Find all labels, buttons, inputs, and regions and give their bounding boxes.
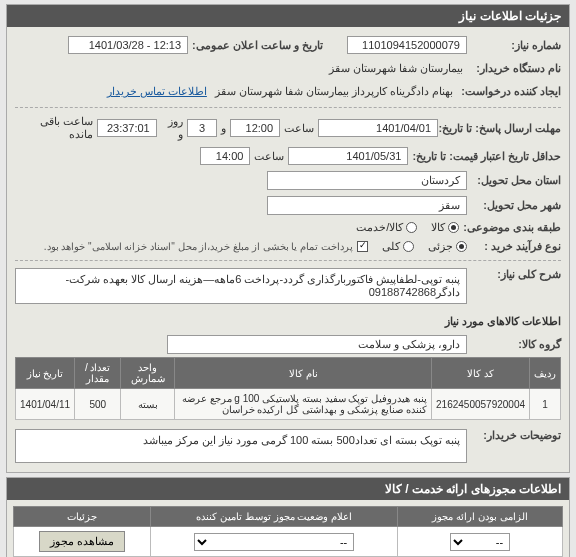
- th-code: کد کالا: [432, 358, 530, 389]
- radio-kala[interactable]: کالا: [431, 221, 459, 234]
- deadline-time: 12:00: [230, 119, 280, 137]
- deadline-days: 3: [187, 119, 217, 137]
- public-announce-value: 12:13 - 1401/03/28: [68, 36, 188, 54]
- min-valid-date: 1401/05/31: [288, 147, 408, 165]
- radio-partial[interactable]: جزئی: [428, 240, 467, 253]
- cell-status: --: [151, 527, 398, 557]
- status-select[interactable]: --: [194, 533, 354, 551]
- creator-value: بهنام دادگریناه کارپرداز بیمارستان شفا ش…: [211, 83, 457, 100]
- permits-panel: اطلاعات مجوزهای ارائه خدمت / کالا الزامی…: [6, 477, 570, 557]
- buyer-notes-value: پنبه توپک بسته ای تعداد500 بسته 100 گرمی…: [15, 429, 467, 463]
- min-valid-time: 14:00: [200, 147, 250, 165]
- radio-total-label: کلی: [382, 240, 400, 253]
- cell-code: 2162450057920004: [432, 389, 530, 420]
- th-idx: ردیف: [530, 358, 561, 389]
- buyer-value: بیمارستان شفا شهرستان سقز: [325, 60, 467, 77]
- deadline-remain: 23:37:01: [97, 119, 157, 137]
- cell-unit: بسته: [121, 389, 175, 420]
- deadline-date: 1401/04/01: [318, 119, 438, 137]
- table-header-row: ردیف کد کالا نام کالا واحد شمارش تعداد /…: [16, 358, 561, 389]
- deadline-label: مهلت ارسال پاسخ: تا تاریخ:: [442, 122, 561, 135]
- buyer-label: نام دستگاه خریدار:: [471, 62, 561, 75]
- creator-label: ایجاد کننده درخواست:: [461, 85, 561, 98]
- radio-kala-label: کالا: [431, 221, 445, 234]
- city-label: شهر محل تحویل:: [471, 199, 561, 212]
- time-label-1: ساعت: [284, 122, 314, 135]
- radio-khadmat-label: کالا/خدمت: [356, 221, 403, 234]
- th-date: تاریخ نیاز: [16, 358, 75, 389]
- radio-icon: [456, 241, 467, 252]
- th-unit: واحد شمارش: [121, 358, 175, 389]
- process-radio-group: جزئی کلی: [382, 240, 467, 253]
- th-qty: تعداد / مقدار: [75, 358, 121, 389]
- cell-idx: 1: [530, 389, 561, 420]
- province-value: کردستان: [267, 171, 467, 190]
- mandatory-select[interactable]: --: [450, 533, 510, 551]
- th-mandatory: الزامی بودن ارائه مجوز: [398, 507, 563, 527]
- day-label: روز و: [161, 115, 183, 141]
- min-valid-label: حداقل تاریخ اعتبار قیمت: تا تاریخ:: [412, 150, 561, 163]
- desc-value: پنبه توپی-لطفاپیش فاکتوربارگذاری گردد-پر…: [15, 268, 467, 304]
- permits-table: الزامی بودن ارائه مجوز اعلام وضعیت مجوز …: [13, 506, 563, 557]
- radio-total[interactable]: کلی: [382, 240, 414, 253]
- permits-row: -- -- مشاهده مجوز: [14, 527, 563, 557]
- and-label: و: [221, 122, 226, 135]
- city-value: سقز: [267, 196, 467, 215]
- cell-mandatory: --: [398, 527, 563, 557]
- cell-details: مشاهده مجوز: [14, 527, 151, 557]
- province-label: استان محل تحویل:: [471, 174, 561, 187]
- group-value: دارو، پزشکی و سلامت: [167, 335, 467, 354]
- process-note: پرداخت تمام یا بخشی از مبلغ خرید،از محل …: [44, 241, 353, 252]
- radio-icon: [406, 222, 417, 233]
- process-label: نوع فرآیند خرید :: [471, 240, 561, 253]
- time-label-2: ساعت: [254, 150, 284, 163]
- need-no-label: شماره نیاز:: [471, 39, 561, 52]
- need-no-value: 1101094152000079: [347, 36, 467, 54]
- table-row: 1 2162450057920004 پنبه هیدروفیل توپک سف…: [16, 389, 561, 420]
- th-details: جزئیات: [14, 507, 151, 527]
- view-permit-button[interactable]: مشاهده مجوز: [39, 531, 125, 552]
- permits-header-row: الزامی بودن ارائه مجوز اعلام وضعیت مجوز …: [14, 507, 563, 527]
- th-status: اعلام وضعیت مجوز توسط تامین کننده: [151, 507, 398, 527]
- category-label: طبقه بندی موضوعی:: [463, 221, 561, 234]
- panel-title: جزئیات اطلاعات نیاز: [7, 5, 569, 27]
- items-section-title: اطلاعات کالاهای مورد نیاز: [15, 315, 561, 328]
- cell-qty: 500: [75, 389, 121, 420]
- buyer-notes-label: توضیحات خریدار:: [471, 429, 561, 442]
- items-table: ردیف کد کالا نام کالا واحد شمارش تعداد /…: [15, 357, 561, 420]
- treasury-checkbox[interactable]: [357, 241, 368, 252]
- group-label: گروه کالا:: [471, 338, 561, 351]
- cell-name: پنبه هیدروفیل توپک سفید بسته پلاستیکی 10…: [175, 389, 432, 420]
- radio-partial-label: جزئی: [428, 240, 453, 253]
- radio-khadmat[interactable]: کالا/خدمت: [356, 221, 417, 234]
- permits-title: اطلاعات مجوزهای ارائه خدمت / کالا: [7, 478, 569, 500]
- contact-buyer-link[interactable]: اطلاعات تماس خریدار: [107, 85, 207, 98]
- form-body: شماره نیاز: 1101094152000079 تاریخ و ساع…: [7, 27, 569, 472]
- radio-icon: [403, 241, 414, 252]
- public-announce-label: تاریخ و ساعت اعلان عمومی:: [192, 39, 323, 52]
- category-radio-group: کالا کالا/خدمت: [356, 221, 459, 234]
- radio-icon: [448, 222, 459, 233]
- desc-label: شرح کلی نیاز:: [471, 268, 561, 281]
- cell-date: 1401/04/11: [16, 389, 75, 420]
- th-name: نام کالا: [175, 358, 432, 389]
- remain-label: ساعت باقی مانده: [15, 115, 93, 141]
- need-details-panel: جزئیات اطلاعات نیاز شماره نیاز: 11010941…: [6, 4, 570, 473]
